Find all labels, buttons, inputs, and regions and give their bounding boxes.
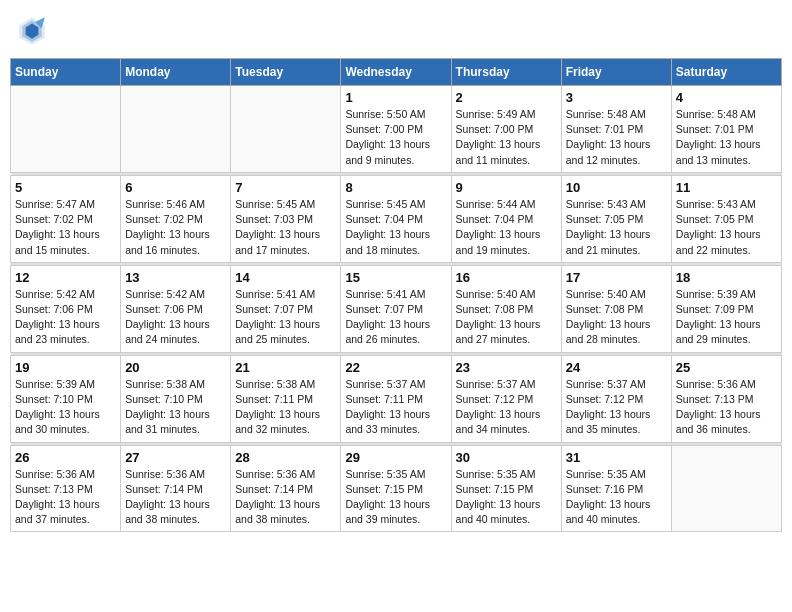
calendar-cell: 18Sunrise: 5:39 AM Sunset: 7:09 PM Dayli… <box>671 265 781 352</box>
calendar-cell: 30Sunrise: 5:35 AM Sunset: 7:15 PM Dayli… <box>451 445 561 532</box>
cell-day-info: Sunrise: 5:36 AM Sunset: 7:13 PM Dayligh… <box>676 377 777 438</box>
cell-day-number: 2 <box>456 90 557 105</box>
cell-day-info: Sunrise: 5:36 AM Sunset: 7:14 PM Dayligh… <box>125 467 226 528</box>
cell-day-info: Sunrise: 5:46 AM Sunset: 7:02 PM Dayligh… <box>125 197 226 258</box>
cell-day-info: Sunrise: 5:36 AM Sunset: 7:14 PM Dayligh… <box>235 467 336 528</box>
calendar-cell <box>231 86 341 173</box>
cell-day-number: 29 <box>345 450 446 465</box>
cell-day-info: Sunrise: 5:47 AM Sunset: 7:02 PM Dayligh… <box>15 197 116 258</box>
calendar-cell: 23Sunrise: 5:37 AM Sunset: 7:12 PM Dayli… <box>451 355 561 442</box>
weekday-header: Tuesday <box>231 59 341 86</box>
cell-day-number: 17 <box>566 270 667 285</box>
cell-day-number: 11 <box>676 180 777 195</box>
cell-day-info: Sunrise: 5:48 AM Sunset: 7:01 PM Dayligh… <box>676 107 777 168</box>
calendar-week-row: 12Sunrise: 5:42 AM Sunset: 7:06 PM Dayli… <box>11 265 782 352</box>
calendar-cell: 26Sunrise: 5:36 AM Sunset: 7:13 PM Dayli… <box>11 445 121 532</box>
calendar-cell: 7Sunrise: 5:45 AM Sunset: 7:03 PM Daylig… <box>231 175 341 262</box>
cell-day-info: Sunrise: 5:35 AM Sunset: 7:16 PM Dayligh… <box>566 467 667 528</box>
cell-day-number: 27 <box>125 450 226 465</box>
weekday-header: Thursday <box>451 59 561 86</box>
cell-day-info: Sunrise: 5:40 AM Sunset: 7:08 PM Dayligh… <box>456 287 557 348</box>
cell-day-number: 30 <box>456 450 557 465</box>
cell-day-number: 23 <box>456 360 557 375</box>
cell-day-number: 18 <box>676 270 777 285</box>
cell-day-number: 22 <box>345 360 446 375</box>
cell-day-info: Sunrise: 5:36 AM Sunset: 7:13 PM Dayligh… <box>15 467 116 528</box>
calendar-cell: 9Sunrise: 5:44 AM Sunset: 7:04 PM Daylig… <box>451 175 561 262</box>
calendar-cell: 15Sunrise: 5:41 AM Sunset: 7:07 PM Dayli… <box>341 265 451 352</box>
calendar-week-row: 5Sunrise: 5:47 AM Sunset: 7:02 PM Daylig… <box>11 175 782 262</box>
calendar-cell <box>11 86 121 173</box>
calendar-cell: 14Sunrise: 5:41 AM Sunset: 7:07 PM Dayli… <box>231 265 341 352</box>
calendar-cell: 13Sunrise: 5:42 AM Sunset: 7:06 PM Dayli… <box>121 265 231 352</box>
cell-day-info: Sunrise: 5:49 AM Sunset: 7:00 PM Dayligh… <box>456 107 557 168</box>
weekday-header: Saturday <box>671 59 781 86</box>
cell-day-number: 7 <box>235 180 336 195</box>
calendar-cell: 17Sunrise: 5:40 AM Sunset: 7:08 PM Dayli… <box>561 265 671 352</box>
cell-day-number: 16 <box>456 270 557 285</box>
cell-day-number: 14 <box>235 270 336 285</box>
calendar-cell: 3Sunrise: 5:48 AM Sunset: 7:01 PM Daylig… <box>561 86 671 173</box>
calendar-cell: 11Sunrise: 5:43 AM Sunset: 7:05 PM Dayli… <box>671 175 781 262</box>
calendar-cell: 8Sunrise: 5:45 AM Sunset: 7:04 PM Daylig… <box>341 175 451 262</box>
calendar-cell: 28Sunrise: 5:36 AM Sunset: 7:14 PM Dayli… <box>231 445 341 532</box>
cell-day-info: Sunrise: 5:43 AM Sunset: 7:05 PM Dayligh… <box>676 197 777 258</box>
cell-day-info: Sunrise: 5:37 AM Sunset: 7:12 PM Dayligh… <box>566 377 667 438</box>
cell-day-info: Sunrise: 5:45 AM Sunset: 7:03 PM Dayligh… <box>235 197 336 258</box>
calendar-cell: 19Sunrise: 5:39 AM Sunset: 7:10 PM Dayli… <box>11 355 121 442</box>
cell-day-info: Sunrise: 5:42 AM Sunset: 7:06 PM Dayligh… <box>125 287 226 348</box>
cell-day-info: Sunrise: 5:38 AM Sunset: 7:11 PM Dayligh… <box>235 377 336 438</box>
cell-day-number: 28 <box>235 450 336 465</box>
cell-day-number: 9 <box>456 180 557 195</box>
calendar-week-row: 19Sunrise: 5:39 AM Sunset: 7:10 PM Dayli… <box>11 355 782 442</box>
calendar-week-row: 26Sunrise: 5:36 AM Sunset: 7:13 PM Dayli… <box>11 445 782 532</box>
calendar-cell: 29Sunrise: 5:35 AM Sunset: 7:15 PM Dayli… <box>341 445 451 532</box>
cell-day-number: 8 <box>345 180 446 195</box>
calendar-cell: 27Sunrise: 5:36 AM Sunset: 7:14 PM Dayli… <box>121 445 231 532</box>
cell-day-info: Sunrise: 5:38 AM Sunset: 7:10 PM Dayligh… <box>125 377 226 438</box>
logo <box>16 14 52 46</box>
calendar-cell: 12Sunrise: 5:42 AM Sunset: 7:06 PM Dayli… <box>11 265 121 352</box>
cell-day-info: Sunrise: 5:50 AM Sunset: 7:00 PM Dayligh… <box>345 107 446 168</box>
cell-day-number: 31 <box>566 450 667 465</box>
calendar-cell: 10Sunrise: 5:43 AM Sunset: 7:05 PM Dayli… <box>561 175 671 262</box>
weekday-header: Sunday <box>11 59 121 86</box>
calendar-cell: 1Sunrise: 5:50 AM Sunset: 7:00 PM Daylig… <box>341 86 451 173</box>
calendar-cell: 21Sunrise: 5:38 AM Sunset: 7:11 PM Dayli… <box>231 355 341 442</box>
cell-day-number: 6 <box>125 180 226 195</box>
cell-day-info: Sunrise: 5:45 AM Sunset: 7:04 PM Dayligh… <box>345 197 446 258</box>
cell-day-number: 10 <box>566 180 667 195</box>
cell-day-info: Sunrise: 5:35 AM Sunset: 7:15 PM Dayligh… <box>345 467 446 528</box>
calendar-cell: 6Sunrise: 5:46 AM Sunset: 7:02 PM Daylig… <box>121 175 231 262</box>
calendar-cell: 2Sunrise: 5:49 AM Sunset: 7:00 PM Daylig… <box>451 86 561 173</box>
cell-day-number: 24 <box>566 360 667 375</box>
cell-day-number: 21 <box>235 360 336 375</box>
calendar-cell: 5Sunrise: 5:47 AM Sunset: 7:02 PM Daylig… <box>11 175 121 262</box>
cell-day-number: 1 <box>345 90 446 105</box>
calendar-cell: 20Sunrise: 5:38 AM Sunset: 7:10 PM Dayli… <box>121 355 231 442</box>
cell-day-number: 15 <box>345 270 446 285</box>
cell-day-number: 12 <box>15 270 116 285</box>
cell-day-number: 26 <box>15 450 116 465</box>
cell-day-info: Sunrise: 5:44 AM Sunset: 7:04 PM Dayligh… <box>456 197 557 258</box>
weekday-header: Wednesday <box>341 59 451 86</box>
cell-day-info: Sunrise: 5:39 AM Sunset: 7:09 PM Dayligh… <box>676 287 777 348</box>
cell-day-number: 13 <box>125 270 226 285</box>
cell-day-number: 19 <box>15 360 116 375</box>
calendar-table: SundayMondayTuesdayWednesdayThursdayFrid… <box>10 58 782 532</box>
weekday-header: Friday <box>561 59 671 86</box>
logo-icon <box>16 14 48 46</box>
cell-day-info: Sunrise: 5:43 AM Sunset: 7:05 PM Dayligh… <box>566 197 667 258</box>
calendar-cell <box>121 86 231 173</box>
cell-day-number: 4 <box>676 90 777 105</box>
cell-day-info: Sunrise: 5:39 AM Sunset: 7:10 PM Dayligh… <box>15 377 116 438</box>
cell-day-info: Sunrise: 5:41 AM Sunset: 7:07 PM Dayligh… <box>235 287 336 348</box>
cell-day-info: Sunrise: 5:41 AM Sunset: 7:07 PM Dayligh… <box>345 287 446 348</box>
cell-day-info: Sunrise: 5:40 AM Sunset: 7:08 PM Dayligh… <box>566 287 667 348</box>
calendar-cell: 16Sunrise: 5:40 AM Sunset: 7:08 PM Dayli… <box>451 265 561 352</box>
calendar-cell: 4Sunrise: 5:48 AM Sunset: 7:01 PM Daylig… <box>671 86 781 173</box>
cell-day-info: Sunrise: 5:42 AM Sunset: 7:06 PM Dayligh… <box>15 287 116 348</box>
calendar-cell: 22Sunrise: 5:37 AM Sunset: 7:11 PM Dayli… <box>341 355 451 442</box>
cell-day-number: 5 <box>15 180 116 195</box>
calendar-cell: 25Sunrise: 5:36 AM Sunset: 7:13 PM Dayli… <box>671 355 781 442</box>
